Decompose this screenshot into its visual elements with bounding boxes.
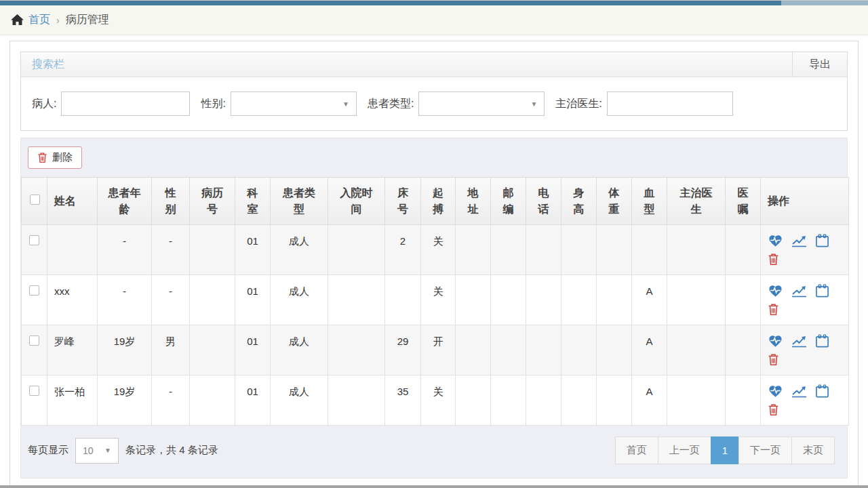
column-header: 地址	[456, 178, 491, 225]
per-page-control: 每页显示 10 ▼ 条记录，共 4 条记录	[28, 438, 218, 464]
table-cell: 张一柏	[47, 375, 98, 426]
trend-chart-icon[interactable]	[791, 234, 808, 247]
column-header: 床号	[385, 178, 421, 225]
calendar-icon[interactable]	[815, 284, 829, 298]
row-actions-cell	[761, 275, 849, 325]
row-checkbox[interactable]	[29, 235, 39, 245]
row-actions-cell	[761, 375, 849, 426]
table-cell	[561, 275, 597, 325]
table-cell: 19岁	[98, 325, 152, 375]
table-cell	[328, 375, 385, 426]
calendar-icon[interactable]	[815, 234, 829, 247]
select-all-checkbox[interactable]	[30, 195, 40, 205]
table-cell: 29	[385, 325, 421, 375]
table-cell	[190, 275, 235, 325]
breadcrumb-home-link[interactable]: 首页	[11, 13, 50, 27]
column-header: 科室	[235, 178, 271, 225]
column-header: 病历号	[190, 178, 235, 225]
column-header: 性别	[152, 178, 190, 225]
main-panel: 搜索栏 导出 病人: 性别: ▼ 患者类型: ▼ 主治医生: 删除	[9, 41, 859, 488]
delete-button-label: 删除	[52, 151, 73, 164]
table-cell: 关	[421, 225, 456, 275]
row-actions-cell	[761, 325, 849, 375]
heart-pulse-icon[interactable]	[768, 334, 783, 348]
pagination-button[interactable]: 末页	[791, 436, 835, 464]
trash-icon[interactable]	[768, 303, 779, 316]
table-cell	[667, 225, 726, 275]
row-checkbox[interactable]	[29, 386, 39, 396]
row-checkbox[interactable]	[29, 285, 39, 296]
table-cell: -	[152, 225, 190, 275]
records-count-text: 条记录，共 4 条记录	[125, 444, 218, 457]
export-button[interactable]: 导出	[792, 52, 847, 77]
gender-select[interactable]: ▼	[231, 92, 357, 116]
table-cell: A	[632, 375, 667, 426]
delete-button[interactable]: 删除	[28, 146, 82, 169]
table-cell: A	[632, 325, 667, 375]
column-header: 操作	[761, 178, 849, 225]
table-cell: -	[152, 275, 190, 325]
table-cell	[597, 375, 632, 426]
per-page-select-value: 10	[83, 445, 94, 456]
table-cell: 成人	[271, 325, 328, 375]
pagination-button[interactable]: 上一页	[658, 436, 711, 464]
chevron-down-icon: ▼	[342, 100, 349, 108]
trend-chart-icon[interactable]	[791, 284, 808, 298]
table-cell: 01	[235, 225, 271, 275]
table-cell	[632, 225, 667, 275]
row-checkbox-cell	[22, 225, 47, 275]
column-header: 体重	[597, 178, 632, 225]
row-checkbox-cell	[22, 325, 47, 375]
table-cell	[491, 375, 526, 426]
column-header: 身高	[561, 178, 597, 225]
trash-icon[interactable]	[768, 403, 779, 416]
pagination-current-page[interactable]: 1	[711, 436, 739, 464]
pagination-button[interactable]: 下一页	[738, 436, 792, 464]
grid-toolbar: 删除	[21, 138, 847, 177]
breadcrumb-separator: ›	[56, 15, 60, 26]
table-cell	[667, 375, 726, 426]
heart-pulse-icon[interactable]	[768, 234, 783, 247]
per-page-select[interactable]: 10 ▼	[75, 438, 119, 464]
breadcrumb-home-label: 首页	[28, 13, 50, 27]
row-checkbox[interactable]	[29, 336, 39, 346]
table-cell: 成人	[271, 225, 328, 275]
trend-chart-icon[interactable]	[791, 384, 808, 398]
top-scrollbar[interactable]	[0, 0, 868, 5]
table-cell	[328, 275, 385, 325]
patient-input[interactable]	[61, 92, 190, 116]
calendar-icon[interactable]	[815, 334, 829, 348]
per-page-label: 每页显示	[28, 444, 68, 457]
trend-chart-icon[interactable]	[791, 334, 808, 348]
pagination-button[interactable]: 首页	[615, 436, 658, 464]
table-cell	[561, 225, 597, 275]
table-cell	[726, 375, 761, 426]
table-cell	[726, 275, 761, 325]
table-cell	[526, 375, 561, 426]
table-row: --01成人2关	[22, 225, 849, 275]
column-header: 起搏	[421, 178, 456, 225]
table-cell	[456, 275, 491, 325]
gender-field-label: 性别:	[201, 97, 225, 111]
select-all-header-cell	[22, 178, 47, 225]
table-cell	[726, 225, 761, 275]
calendar-icon[interactable]	[815, 384, 829, 398]
bottom-window-edge	[0, 485, 868, 488]
row-checkbox-cell	[22, 275, 47, 325]
table-cell	[526, 325, 561, 375]
column-header: 邮编	[491, 178, 526, 225]
doctor-field-label: 主治医生:	[555, 97, 601, 111]
column-header: 入院时间	[328, 178, 385, 225]
trash-icon[interactable]	[768, 353, 779, 366]
heart-pulse-icon[interactable]	[768, 384, 783, 398]
heart-pulse-icon[interactable]	[768, 284, 783, 298]
table-cell	[47, 225, 98, 275]
table-cell: 01	[235, 275, 271, 325]
doctor-input[interactable]	[607, 92, 733, 116]
patient-type-select[interactable]: ▼	[418, 92, 545, 116]
table-cell: 35	[385, 375, 421, 426]
patient-type-field-label: 患者类型:	[368, 97, 414, 111]
table-cell	[456, 325, 491, 375]
trash-icon[interactable]	[768, 253, 779, 266]
table-cell	[190, 225, 235, 275]
